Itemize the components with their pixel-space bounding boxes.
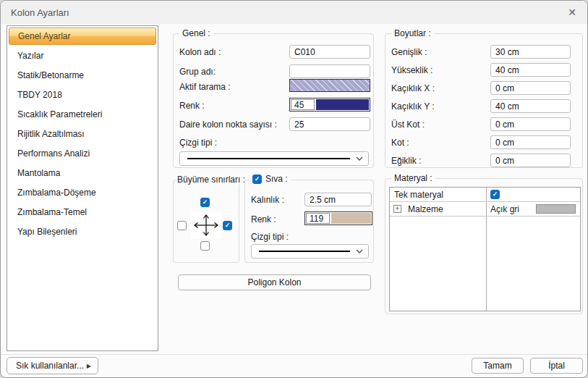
- kolon-adi-input[interactable]: [289, 45, 370, 59]
- renk-color-index: 45: [291, 99, 315, 110]
- footer-separator: [1, 354, 587, 355]
- egiklik-label: Eğiklik :: [391, 154, 421, 167]
- renk-color-swatch: [316, 99, 369, 110]
- tek-materyal-label: Tek materyal: [394, 188, 443, 201]
- materyal-table: Tek materyal ✓ + Malzeme Açık gri: [389, 187, 581, 311]
- titlebar: Kolon Ayarları ✕: [1, 1, 587, 24]
- kolon-adi-label: Kolon adı :: [179, 45, 221, 59]
- kalinlik-input[interactable]: [304, 193, 372, 206]
- renk-color-picker[interactable]: 45: [289, 98, 370, 112]
- kaciklik-y-label: Kaçıklık Y :: [391, 99, 435, 113]
- buyume-sinirlari-title: Büyüme sınırları :: [176, 175, 247, 185]
- daire-nokta-input[interactable]: [289, 117, 370, 131]
- ust-kot-label: Üst Kot :: [391, 117, 425, 131]
- check-icon: ✓: [225, 222, 231, 229]
- chevron-down-icon: [356, 156, 363, 161]
- favorites-button-label: Sık kullanılanlar...: [16, 361, 84, 371]
- sidebar-item-zimbalama-temel[interactable]: Zımbalama-Temel: [7, 202, 158, 222]
- solid-line-sample: [259, 251, 350, 252]
- close-icon[interactable]: ✕: [566, 6, 579, 19]
- grow-left-checkbox[interactable]: [177, 221, 187, 230]
- sidebar-item-performans-analizi[interactable]: Performans Analizi: [7, 143, 158, 163]
- siva-cizgi-tipi-label: Çizgi tipi :: [251, 230, 289, 243]
- siva-renk-label: Renk :: [251, 212, 276, 226]
- cizgi-tipi-select[interactable]: [179, 151, 369, 166]
- kot-input[interactable]: [490, 135, 571, 149]
- sidebar-item-rijitlik-azaltilmasi[interactable]: Rijitlik Azaltılması: [7, 124, 158, 143]
- check-icon: ✓: [493, 191, 498, 198]
- genel-group-title: Genel :: [179, 28, 213, 38]
- malzeme-row[interactable]: + Malzeme Açık gri: [390, 202, 580, 217]
- tek-materyal-row[interactable]: Tek materyal ✓: [390, 188, 580, 202]
- sidebar-item-zimbalama-doseme[interactable]: Zımbalama-Döşeme: [7, 182, 158, 202]
- check-icon: ✓: [203, 199, 208, 206]
- sidebar-item-sicaklik-parametreleri[interactable]: Sıcaklık Parametreleri: [7, 104, 158, 124]
- sidebar-item-genel-ayarlar[interactable]: Genel Ayarlar: [9, 28, 156, 45]
- boyutlar-group-title: Boyutlar :: [391, 28, 434, 38]
- sidebar-item-yazilar[interactable]: Yazılar: [7, 46, 158, 65]
- grup-adi-input[interactable]: [289, 64, 370, 78]
- grup-adi-label: Grup adı:: [179, 64, 216, 78]
- sidebar-item-tbdy-2018[interactable]: TBDY 2018: [7, 85, 158, 104]
- aktif-tarama-label: Aktif tarama :: [179, 80, 231, 93]
- siva-group-title: Sıva :: [265, 174, 288, 184]
- tek-materyal-checkbox[interactable]: ✓: [490, 190, 500, 199]
- arrow-right-icon: ▶: [87, 363, 91, 369]
- buyume-sinirlari-group: Büyüme sınırları : ✓ ✓: [173, 180, 239, 263]
- sidebar-item-yapi-bilesenleri[interactable]: Yapı Bileşenleri: [7, 222, 158, 241]
- malzeme-value: Açık gri: [490, 202, 519, 216]
- favorites-button[interactable]: Sık kullanılanlar... ▶: [7, 357, 98, 374]
- siva-renk-color-swatch: [331, 213, 371, 224]
- cancel-button[interactable]: İptal: [530, 358, 583, 374]
- kolon-ayarlari-dialog: Kolon Ayarları ✕ Genel Ayarlar Yazılar S…: [0, 0, 588, 378]
- cizgi-tipi-label: Çizgi tipi :: [179, 135, 217, 149]
- genislik-label: Genişlik :: [391, 45, 427, 59]
- siva-renk-color-picker[interactable]: 119: [304, 211, 372, 225]
- dialog-title: Kolon Ayarları: [11, 1, 69, 24]
- kot-label: Kot :: [391, 135, 409, 149]
- boyutlar-group: Boyutlar : Genişlik : Yükseklik : Kaçıkl…: [385, 33, 583, 168]
- sidebar-item-mantolama[interactable]: Mantolama: [7, 163, 158, 182]
- siva-group: ✓ Sıva : Kalınlık : Renk : 119 Çizgi tip…: [244, 180, 374, 263]
- grow-directions-cross-icon: [191, 211, 221, 239]
- kalinlik-label: Kalınlık :: [251, 193, 284, 206]
- siva-checkbox[interactable]: ✓: [252, 175, 262, 184]
- chevron-down-icon: [356, 249, 363, 253]
- malzeme-label: Malzeme: [408, 202, 443, 216]
- siva-cizgi-tipi-select[interactable]: [251, 244, 369, 259]
- ust-kot-input[interactable]: [490, 117, 571, 131]
- yukseklik-label: Yükseklik :: [391, 63, 433, 77]
- grow-up-checkbox[interactable]: ✓: [200, 198, 210, 207]
- daire-nokta-label: Daire kolon nokta sayısı :: [179, 117, 277, 131]
- malzeme-color-swatch[interactable]: [536, 204, 576, 214]
- genislik-input[interactable]: [490, 45, 571, 59]
- check-icon: ✓: [255, 176, 260, 182]
- settings-category-list: Genel Ayarlar Yazılar Statik/Betonarme T…: [7, 25, 158, 351]
- egiklik-input[interactable]: [490, 154, 571, 167]
- siva-renk-color-index: 119: [306, 213, 330, 224]
- kaciklik-x-input[interactable]: [490, 81, 571, 95]
- ok-button[interactable]: Tamam: [472, 358, 524, 374]
- aktif-tarama-swatch[interactable]: [289, 79, 370, 92]
- renk-label: Renk :: [179, 98, 205, 112]
- poligon-kolon-button[interactable]: Poligon Kolon: [178, 274, 371, 290]
- solid-line-sample: [187, 158, 350, 159]
- grow-right-checkbox[interactable]: ✓: [223, 221, 232, 230]
- kaciklik-y-input[interactable]: [490, 99, 571, 113]
- sidebar-item-statik-betonarme[interactable]: Statik/Betonarme: [7, 65, 158, 85]
- grow-down-checkbox[interactable]: [200, 241, 210, 251]
- kaciklik-x-label: Kaçıklık X :: [391, 81, 435, 95]
- materyal-group: Materyal : Tek materyal ✓ + Malzeme Açık…: [385, 178, 583, 314]
- yukseklik-input[interactable]: [490, 63, 571, 77]
- expand-plus-icon[interactable]: +: [393, 205, 401, 213]
- genel-group: Genel : Kolon adı : Grup adı: Aktif tara…: [173, 33, 374, 168]
- materyal-group-title: Materyal :: [391, 173, 435, 183]
